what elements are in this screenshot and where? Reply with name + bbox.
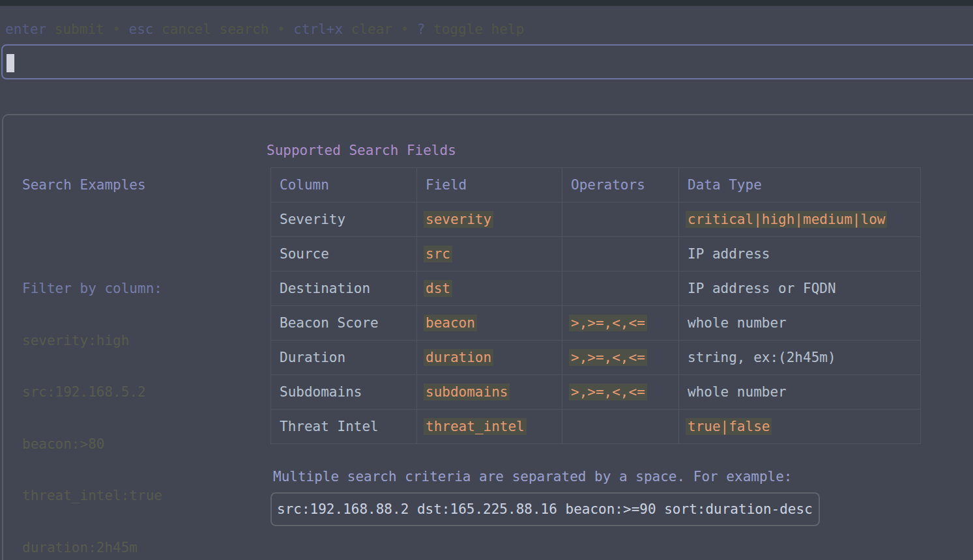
- operators-badge: >,>=,<,<=: [569, 349, 647, 366]
- bullet-separator-icon: •: [401, 21, 409, 38]
- cell-data-type: IP address or FQDN: [679, 272, 921, 306]
- table-row: Severity severity critical|high|medium|l…: [271, 203, 921, 237]
- cell-data-type: true|false: [679, 410, 921, 444]
- search-examples-section: Search Examples Filter by column: severi…: [22, 142, 228, 560]
- operators-badge: >,>=,<,<=: [569, 315, 647, 331]
- field-badge: dst: [424, 280, 452, 297]
- cell-column: Destination: [271, 272, 417, 306]
- top-edge-strip: [0, 0, 973, 6]
- hint-key-enter: enter: [5, 21, 46, 38]
- search-input[interactable]: [1, 44, 973, 79]
- cell-column: Beacon Score: [271, 306, 417, 341]
- cell-field: src: [417, 237, 562, 272]
- table-row: Source src IP address: [271, 237, 921, 272]
- cell-operators: [562, 203, 679, 237]
- cell-field: beacon: [417, 306, 562, 341]
- table-row: Beacon Score beacon >,>=,<,<= whole numb…: [271, 306, 921, 341]
- example-line: severity:high: [22, 332, 228, 350]
- cell-data-type: whole number: [679, 306, 921, 341]
- cell-column: Severity: [271, 203, 417, 237]
- field-badge: threat_intel: [424, 418, 527, 435]
- hint-desc-submit: submit: [55, 21, 104, 38]
- example-line: beacon:>80: [22, 436, 228, 453]
- bullet-separator-icon: •: [112, 21, 121, 38]
- data-type-badge: true|false: [686, 418, 772, 435]
- cell-column: Subdomains: [271, 375, 417, 410]
- field-badge: severity: [424, 211, 493, 228]
- example-query-text: src:192.168.88.2 dst:165.225.88.16 beaco…: [277, 501, 813, 518]
- hint-desc-toggle-help: toggle help: [433, 21, 524, 38]
- data-type-badge: critical|high|medium|low: [686, 211, 887, 228]
- example-query-box: src:192.168.88.2 dst:165.225.88.16 beaco…: [270, 492, 820, 526]
- keyboard-hint-bar: enter submit • esc cancel search • ctrl+…: [5, 21, 524, 38]
- header-operators: Operators: [562, 168, 679, 203]
- header-column: Column: [271, 168, 417, 203]
- cell-operators: [562, 237, 679, 272]
- table-row: Subdomains subdomains >,>=,<,<= whole nu…: [271, 375, 921, 410]
- filter-group-label: Filter by column:: [22, 280, 228, 298]
- field-badge: src: [424, 245, 452, 262]
- cell-data-type: string, ex:(2h45m): [679, 341, 921, 375]
- search-examples-title: Search Examples: [22, 176, 228, 194]
- cell-field: subdomains: [417, 375, 562, 410]
- table-header-row: Column Field Operators Data Type: [271, 168, 921, 203]
- hint-key-question: ?: [417, 21, 426, 38]
- cell-column: Duration: [271, 341, 417, 375]
- table-row: Threat Intel threat_intel true|false: [271, 410, 921, 444]
- field-badge: beacon: [424, 315, 477, 331]
- supported-fields-title: Supported Search Fields: [267, 142, 456, 160]
- header-data-type: Data Type: [679, 168, 921, 203]
- hint-desc-clear: clear: [351, 21, 392, 38]
- cell-operators: >,>=,<,<=: [562, 375, 679, 410]
- cell-operators: >,>=,<,<=: [562, 341, 679, 375]
- hint-key-esc: esc: [129, 21, 154, 38]
- header-field: Field: [417, 168, 562, 203]
- field-badge: duration: [424, 349, 493, 366]
- multiple-criteria-note: Multiple search criteria are separated b…: [273, 468, 792, 486]
- cell-operators: [562, 410, 679, 444]
- cell-column: Threat Intel: [271, 410, 417, 444]
- operators-badge: >,>=,<,<=: [569, 384, 647, 400]
- bullet-separator-icon: •: [277, 21, 285, 38]
- example-line: duration:2h45m: [22, 539, 228, 557]
- cell-field: severity: [417, 203, 562, 237]
- cell-data-type: critical|high|medium|low: [679, 203, 921, 237]
- app-screen: enter submit • esc cancel search • ctrl+…: [0, 0, 973, 560]
- cell-field: duration: [417, 341, 562, 375]
- cell-operators: [562, 272, 679, 306]
- cell-operators: >,>=,<,<=: [562, 306, 679, 341]
- cell-column: Source: [271, 237, 417, 272]
- cell-field: dst: [417, 272, 562, 306]
- supported-fields-table: Column Field Operators Data Type Severit…: [270, 167, 921, 444]
- example-line: src:192.168.5.2: [22, 384, 228, 401]
- field-badge: subdomains: [424, 384, 510, 400]
- cell-data-type: IP address: [679, 237, 921, 272]
- table-row: Destination dst IP address or FQDN: [271, 272, 921, 306]
- table-row: Duration duration >,>=,<,<= string, ex:(…: [271, 341, 921, 375]
- hint-key-ctrl-x: ctrl+x: [293, 21, 343, 38]
- cell-field: threat_intel: [417, 410, 562, 444]
- cell-data-type: whole number: [679, 375, 921, 410]
- example-line: threat_intel:true: [22, 487, 228, 505]
- text-cursor: [7, 54, 14, 72]
- hint-desc-cancel: cancel search: [162, 21, 269, 38]
